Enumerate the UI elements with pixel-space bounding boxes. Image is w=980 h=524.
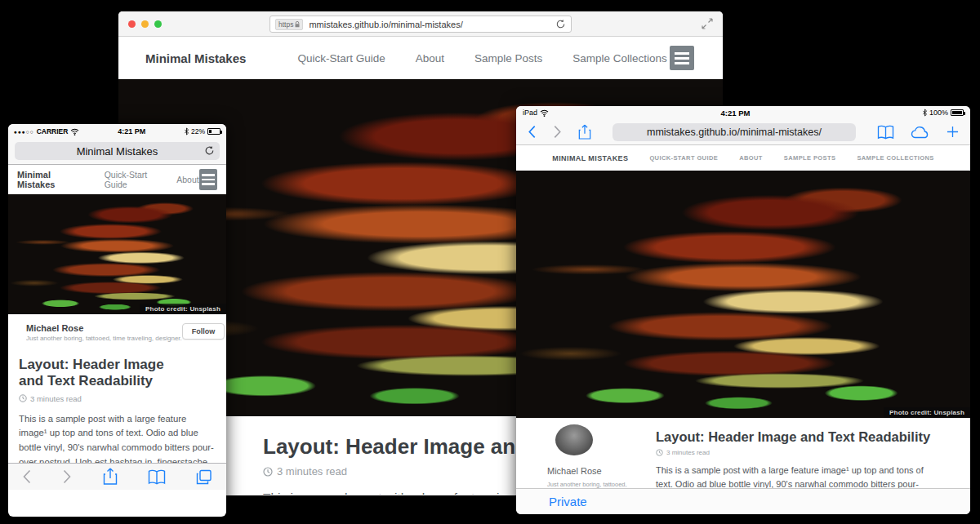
zoom-window-button[interactable] xyxy=(154,20,162,28)
battery-icon xyxy=(951,109,964,116)
share-icon[interactable] xyxy=(103,468,118,486)
url-text: mmistakes.github.io/minimal-mistakes/ xyxy=(647,127,822,138)
minimize-window-button[interactable] xyxy=(141,20,149,28)
bluetooth-icon xyxy=(922,109,928,117)
author-bio: Just another boring, tattooed, xyxy=(547,481,627,488)
desktop-site-nav: Minimal Mistakes Quick-Start Guide About… xyxy=(118,37,723,79)
device-label: iPad xyxy=(523,109,537,117)
ipad-post-content: Michael Rose Just another boring, tattoo… xyxy=(516,418,970,488)
nav-sample-posts[interactable]: SAMPLE POSTS xyxy=(784,154,836,162)
photo-credit: Photo credit: Unsplash xyxy=(140,304,226,314)
clock-icon xyxy=(19,394,27,402)
post-body: This is a sample post with a large featu… xyxy=(656,464,936,488)
https-label: https xyxy=(278,20,293,29)
composite-stage: https mmistakes.github.io/minimal-mistak… xyxy=(0,0,980,524)
bluetooth-icon xyxy=(184,127,189,135)
carrier-label: CARRIER xyxy=(37,127,69,135)
forward-icon[interactable] xyxy=(553,125,562,139)
reload-icon[interactable] xyxy=(204,145,215,156)
share-icon[interactable] xyxy=(578,124,591,140)
author-column: Michael Rose Just another boring, tattoo… xyxy=(547,424,626,488)
wifi-icon xyxy=(540,109,549,117)
nav-quick-start-guide[interactable]: Quick-Start Guide xyxy=(297,52,385,64)
nav-about[interactable]: About xyxy=(176,175,198,184)
nav-sample-collections[interactable]: Sample Collections xyxy=(572,52,667,64)
ipad-hero-image: Photo credit: Unsplash xyxy=(516,171,970,418)
window-controls xyxy=(128,20,162,28)
iphone-status-bar: ●●●○○ CARRIER 4:21 PM 22% xyxy=(8,124,226,139)
post-meta: 3 minutes read xyxy=(19,394,216,403)
iphone-post-content: Michael Rose Just another boring, tattoo… xyxy=(8,314,226,490)
private-browsing-button[interactable]: Private xyxy=(549,495,587,508)
battery-percent: 22% xyxy=(191,127,205,135)
read-time: 3 minutes read xyxy=(277,465,347,477)
forward-icon[interactable] xyxy=(62,469,72,484)
wifi-icon xyxy=(70,128,79,135)
author-name: Michael Rose xyxy=(547,466,602,476)
read-time: 3 minutes read xyxy=(666,449,710,456)
status-time: 4:21 PM xyxy=(549,109,922,118)
author-meta: Michael Rose Just another boring, tattoo… xyxy=(26,323,182,342)
ipad-bottom-bar: Private xyxy=(516,488,970,514)
iphone-safari: ●●●○○ CARRIER 4:21 PM 22% Minimal Mistak… xyxy=(8,124,226,517)
site-brand[interactable]: Minimal Mistakes xyxy=(17,170,81,189)
iphone-site-nav: Minimal Mistakes Quick-Start Guide About xyxy=(8,165,226,194)
iphone-bottom-toolbar xyxy=(8,463,226,490)
avatar xyxy=(555,424,593,455)
back-icon[interactable] xyxy=(528,125,537,139)
iphone-address-field[interactable]: Minimal Mistakes xyxy=(15,142,220,160)
author-bio: Just another boring, tattooed, time trav… xyxy=(26,335,182,342)
bookmarks-icon[interactable] xyxy=(877,125,894,140)
url-text: mmistakes.github.io/minimal-mistakes/ xyxy=(309,20,555,29)
reload-icon[interactable] xyxy=(555,19,566,29)
author-name: Michael Rose xyxy=(26,323,182,333)
close-window-button[interactable] xyxy=(128,20,136,28)
ipad-toolbar: mmistakes.github.io/minimal-mistakes/ xyxy=(516,119,970,145)
post-title: Layout: Header Image and Text Readabilit… xyxy=(656,429,936,445)
https-badge: https xyxy=(275,19,303,30)
author-row: Michael Rose Just another boring, tattoo… xyxy=(19,323,216,348)
follow-button[interactable]: Follow xyxy=(182,323,225,340)
fullscreen-expand-icon[interactable] xyxy=(702,18,713,29)
nav-quick-start-guide[interactable]: QUICK-START GUIDE xyxy=(649,154,718,162)
photo-credit: Photo credit: Unsplash xyxy=(884,407,970,418)
status-time: 4:21 PM xyxy=(79,127,184,135)
clock-icon xyxy=(263,467,273,477)
desktop-browser-chrome: https mmistakes.github.io/minimal-mistak… xyxy=(118,11,723,37)
back-icon[interactable] xyxy=(22,469,32,484)
tabs-icon[interactable] xyxy=(196,469,212,485)
battery-percent: 100% xyxy=(929,109,948,117)
post-column: Layout: Header Image and Text Readabilit… xyxy=(626,424,936,488)
ipad-safari: iPad 4:21 PM 100% mmistakes.github.io/mi… xyxy=(516,106,970,514)
nav-about[interactable]: About xyxy=(416,52,444,64)
new-tab-icon[interactable] xyxy=(947,126,959,138)
lock-icon xyxy=(295,21,300,28)
ipad-site-nav: MINIMAL MISTAKES QUICK-START GUIDE ABOUT… xyxy=(516,145,970,171)
post-title: Layout: Header Image and Text Readabilit… xyxy=(19,357,190,390)
ipad-status-bar: iPad 4:21 PM 100% xyxy=(516,106,970,119)
post-meta: 3 minutes read xyxy=(656,449,936,456)
site-brand[interactable]: MINIMAL MISTAKES xyxy=(552,154,628,162)
battery-icon xyxy=(207,128,220,135)
nav-quick-start-guide[interactable]: Quick-Start Guide xyxy=(105,170,163,189)
bookmarks-icon[interactable] xyxy=(148,469,166,485)
hamburger-menu-button[interactable] xyxy=(199,169,217,190)
ipad-address-field[interactable]: mmistakes.github.io/minimal-mistakes/ xyxy=(612,123,856,141)
iphone-url-title: Minimal Mistakes xyxy=(77,145,158,158)
nav-about[interactable]: ABOUT xyxy=(739,154,763,162)
signal-dots: ●●●○○ xyxy=(14,129,34,135)
icloud-tabs-icon[interactable] xyxy=(911,126,930,139)
nav-sample-posts[interactable]: Sample Posts xyxy=(474,52,542,64)
hamburger-menu-button[interactable] xyxy=(670,46,694,70)
address-bar[interactable]: https mmistakes.github.io/minimal-mistak… xyxy=(270,16,572,33)
nav-links: Quick-Start Guide About Sample Posts Sam… xyxy=(297,52,666,64)
site-brand[interactable]: Minimal Mistakes xyxy=(145,51,246,65)
read-time: 3 minutes read xyxy=(30,394,82,403)
clock-icon xyxy=(656,449,663,456)
nav-sample-collections[interactable]: SAMPLE COLLECTIONS xyxy=(857,154,933,162)
iphone-url-row: Minimal Mistakes xyxy=(8,139,226,165)
iphone-hero-image: Photo credit: Unsplash xyxy=(8,194,226,314)
